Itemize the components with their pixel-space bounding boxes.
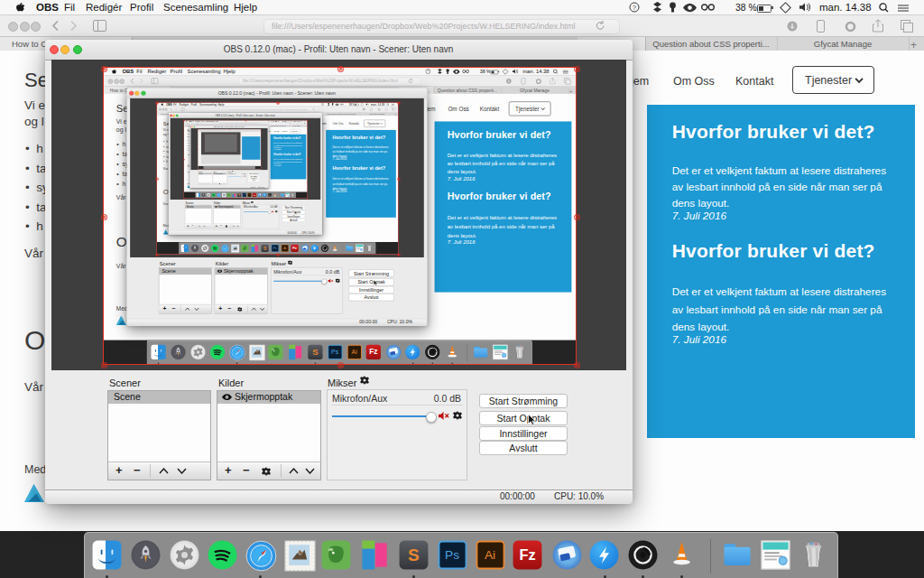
svg-text:?: ?	[633, 5, 636, 11]
svg-text:?: ?	[268, 121, 269, 122]
svg-text:?: ?	[427, 70, 429, 73]
svg-text:?: ?	[321, 103, 322, 105]
